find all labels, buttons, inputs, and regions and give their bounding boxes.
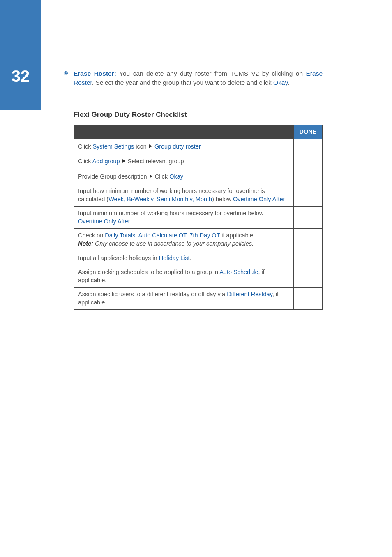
text: if applicable. (220, 232, 255, 239)
link-text: Daily Totals, Auto Calculate OT, 7th Day… (105, 232, 220, 239)
text: Check on (78, 232, 105, 239)
checklist-cell: Provide Group description Click Okay (74, 169, 294, 184)
checklist-cell: Input minimum number of working hours ne… (74, 207, 294, 229)
text: . (190, 255, 191, 261)
done-cell (294, 251, 323, 265)
done-cell (294, 184, 323, 207)
table-header-row: DONE (74, 125, 323, 139)
text: Select relevant group (126, 158, 184, 165)
table-row: Click System Setings icon Group duty ros… (74, 139, 323, 154)
link-text: Auto Schedule (219, 269, 258, 275)
erase-roster-text-1: You can delete any duty roster from TCMS… (116, 70, 306, 77)
table-row: Input minimum number of working hours ne… (74, 207, 323, 229)
checklist-cell: Input how minimum number of working hour… (74, 184, 294, 207)
svg-marker-2 (149, 144, 152, 148)
text: Provide Group description (78, 173, 149, 179)
erase-roster-link-2: Okay (273, 79, 288, 86)
checklist-cell: Assign clocking schedules to be applied … (74, 265, 294, 288)
link-text: Overtime Only After (78, 218, 130, 225)
text: Assign clocking schedules to be applied … (78, 269, 219, 275)
bullet-icon (64, 71, 68, 75)
table-row: Check on Daily Totals, Auto Calculate OT… (74, 229, 323, 251)
done-header: DONE (294, 125, 323, 139)
checklist-cell: Assign specific users to a different res… (74, 288, 294, 310)
table-row: Input how minimum number of working hour… (74, 184, 323, 207)
text: Assign specific users to a different res… (78, 291, 227, 297)
done-cell (294, 229, 323, 251)
checklist-cell: Check on Daily Totals, Auto Calculate OT… (74, 229, 294, 251)
note-text: Only choose to use in accordance to your… (93, 240, 254, 247)
erase-roster-paragraph: Erase Roster: You can delete any duty ro… (64, 69, 323, 88)
page-number-box: 32 (0, 0, 41, 110)
main-content: Erase Roster: You can delete any duty ro… (64, 69, 323, 310)
text: ) below (212, 196, 233, 202)
link-text: Okay (169, 173, 183, 179)
svg-marker-3 (122, 159, 125, 163)
blank-header (74, 125, 294, 139)
text: Click (78, 143, 92, 149)
link-text: Group duty roster (154, 143, 201, 149)
table-row: Assign specific users to a different res… (74, 288, 323, 310)
note-label: Note: (78, 240, 93, 247)
text: Click (78, 158, 92, 165)
table-row: Assign clocking schedules to be applied … (74, 265, 323, 288)
erase-roster-text-2: . Select the year and the group that you… (92, 79, 273, 86)
done-cell (294, 265, 323, 288)
text: Click (153, 173, 169, 179)
triangle-icon (122, 157, 125, 165)
triangle-icon (149, 142, 152, 151)
done-cell (294, 169, 323, 184)
table-row: Provide Group description Click Okay (74, 169, 323, 184)
table-row: Click Add group Select relevant group (74, 154, 323, 169)
done-cell (294, 207, 323, 229)
link-text: Overtime Only After (233, 196, 285, 202)
done-cell (294, 288, 323, 310)
link-text: Week, Bi-Weekly, Semi Monthly, Month (108, 196, 212, 202)
text: Input all applicable holidays in (78, 255, 159, 261)
table-row: Input all applicable holidays in Holiday… (74, 251, 323, 265)
done-cell (294, 139, 323, 154)
checklist-cell: Click System Setings icon Group duty ros… (74, 139, 294, 154)
text: Input minimum number of working hours ne… (78, 210, 263, 216)
triangle-icon (150, 172, 152, 181)
checklist-cell: Click Add group Select relevant group (74, 154, 294, 169)
svg-marker-4 (150, 174, 152, 178)
link-text: System Setings (92, 143, 134, 149)
link-text: Different Restday (227, 291, 272, 297)
text: . (130, 218, 131, 225)
page-number: 32 (12, 67, 30, 86)
done-cell (294, 154, 323, 169)
svg-point-1 (65, 72, 67, 74)
section-heading: Flexi Group Duty Roster Checklist (64, 111, 323, 119)
text: icon (134, 143, 148, 149)
erase-roster-lead: Erase Roster: (74, 70, 116, 77)
erase-roster-text-3: . (288, 79, 289, 86)
checklist-table: DONE Click System Setings icon Group dut… (74, 125, 323, 310)
checklist-cell: Input all applicable holidays in Holiday… (74, 251, 294, 265)
link-text: Holiday List (159, 255, 190, 261)
link-text: Add group (92, 158, 120, 165)
